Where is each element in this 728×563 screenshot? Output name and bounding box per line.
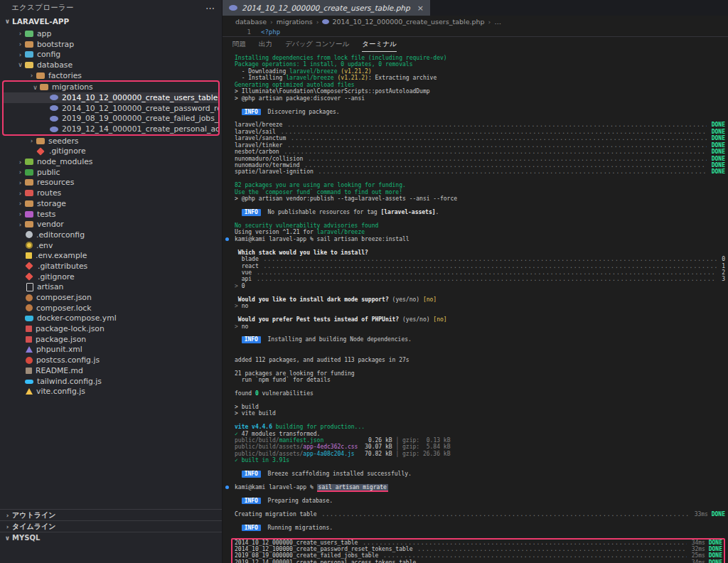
terminal-line-status: DONE — [712, 511, 725, 518]
terminal-line: INFO No publishable resources for tag [l… — [235, 209, 725, 215]
tree-item-docker-compose-yml[interactable]: docker-compose.yml — [0, 313, 222, 324]
tree-item-2014-10-12-100000-create-password-reset-tokens-table-php[interactable]: 2014_10_12_100000_create_password_reset_… — [4, 103, 218, 114]
tree-item-node-modules[interactable]: ›node_modules — [0, 156, 222, 167]
panel-tab-出力[interactable]: 出力 — [259, 38, 272, 51]
tree-item-bootstrap[interactable]: ›bootstrap — [0, 39, 222, 50]
sidebar-section-MYSQL[interactable]: ∨MYSQL — [0, 532, 222, 543]
tree-item-label: 2014_10_12_100000_create_password_reset_… — [62, 104, 218, 113]
terminal-line — [235, 242, 725, 249]
file-icon — [25, 316, 33, 321]
panel-tab-デバッグ コンソール[interactable]: デバッグ コンソール — [285, 38, 349, 51]
chevron-right-icon: › — [16, 221, 25, 228]
terminal-text: nunomaduro/termwind — [235, 162, 303, 168]
explorer-header: エクスプローラー ⋯ — [0, 0, 222, 16]
folder-icon — [25, 190, 33, 196]
tree-item--gitignore[interactable]: .gitignore — [0, 272, 222, 282]
tree-item-resources[interactable]: ›resources — [0, 178, 222, 188]
terminal-line — [235, 350, 725, 356]
tree-item-artisan[interactable]: artisan — [0, 282, 222, 293]
terminal-line-status: DONE — [708, 122, 725, 128]
tree-item-package-lock-json[interactable]: package-lock.json — [0, 323, 222, 334]
tree-item-composer-lock[interactable]: composer.lock — [0, 303, 222, 313]
file-icon — [26, 388, 33, 395]
tree-item--env-example[interactable]: .env.example — [0, 250, 222, 261]
terminal-line: Which stack would you like to install? — [235, 250, 725, 256]
terminal-line: INFO Running migrations. — [235, 525, 725, 531]
tree-item-2014-10-12-000000-create-users-table-php[interactable]: 2014_10_12_000000_create_users_table.php — [4, 92, 218, 103]
sidebar-section-アウトライン[interactable]: ›アウトライン — [0, 509, 222, 520]
file-icon — [26, 283, 33, 291]
info-badge: INFO — [242, 209, 261, 215]
breadcrumb-label: … — [494, 18, 501, 26]
tree-item-composer-json[interactable]: composer.json — [0, 292, 222, 303]
tree-item-label: .gitattributes — [38, 262, 87, 271]
tree-item-tests[interactable]: ›tests — [0, 209, 222, 220]
tree-item-phpunit-xml[interactable]: phpunit.xml — [0, 345, 222, 355]
code-php-open-tag: <?php — [261, 28, 280, 36]
breadcrumb-item[interactable]: database — [235, 18, 267, 26]
tree-item-storage[interactable]: ›storage — [0, 198, 222, 209]
tree-item--gitignore[interactable]: .gitignore — [0, 146, 222, 157]
terminal-line-status: 1 — [718, 263, 725, 269]
panel-tab-ターミナル[interactable]: ターミナル — [362, 38, 396, 52]
tree-item-app[interactable]: ›app — [0, 28, 222, 39]
tree-item-label: package-lock.json — [36, 324, 105, 333]
terminal-text: laravel/breeze — [235, 122, 286, 128]
tree-item-label: .gitignore — [49, 146, 86, 156]
tree-item--env[interactable]: .env — [0, 240, 222, 251]
terminal-text: 30.07 kB — [365, 444, 392, 450]
file-icon — [36, 147, 44, 155]
tree-item-label: composer.json — [36, 293, 92, 302]
tree-item-postcss-config-js[interactable]: postcss.config.js — [0, 355, 222, 365]
tree-item--editorconfig[interactable]: .editorconfig — [0, 230, 222, 240]
terminal-text: Running migrations. — [261, 525, 333, 531]
tree-item-seeders[interactable]: ›seeders — [0, 136, 222, 146]
terminal-text: [no] — [423, 296, 437, 303]
terminal-text: Creating migration table — [235, 511, 320, 518]
tree-item-database[interactable]: ∨database — [0, 60, 222, 70]
terminal-text: 21 packages are looking for funding — [235, 370, 355, 377]
tree-item-2019-12-14-000001-create-personal-access-tokens-table-php[interactable]: 2019_12_14_000001_create_personal_access… — [4, 124, 218, 134]
tree-item-vendor[interactable]: ›vendor — [0, 219, 222, 230]
tree-item-label: config — [37, 50, 60, 59]
tree-item-factories[interactable]: ›factories — [0, 70, 222, 81]
tree-item-routes[interactable]: ›routes — [0, 188, 222, 198]
tree-item-tailwind-config-js[interactable]: tailwind.config.js — [0, 376, 222, 387]
tree-item-public[interactable]: ›public — [0, 167, 222, 178]
tab-create-users-table[interactable]: 2014_10_12_000000_create_users_table.php… — [223, 0, 430, 16]
folder-icon — [25, 159, 33, 165]
breadcrumb-item[interactable]: 2014_10_12_000000_create_users_table.php — [322, 18, 484, 26]
terminal-line — [235, 102, 725, 108]
leader-dots: ........................................… — [318, 168, 707, 175]
tree-item-2019-08-19-000000-create-failed-jobs-table-php[interactable]: 2019_08_19_000000_create_failed_jobs_tab… — [4, 114, 218, 124]
terminal-text: ✓ — [235, 431, 242, 437]
close-icon[interactable]: × — [417, 4, 424, 13]
tree-item-migrations[interactable]: ∨migrations — [4, 82, 218, 92]
leader-dots: ........................................… — [291, 135, 707, 141]
folder-icon — [36, 138, 45, 144]
panel-tab-問題[interactable]: 問題 — [232, 38, 246, 51]
terminal-line — [235, 464, 725, 471]
terminal-text: : Extracting archive — [368, 75, 437, 81]
file-icon — [26, 294, 33, 301]
tree-item-vite-config-js[interactable]: vite.config.js — [0, 386, 222, 397]
breadcrumb-item[interactable]: migrations — [277, 18, 313, 26]
tree-item-package-json[interactable]: package.json — [0, 334, 222, 345]
terminal-line-status: 32ms — [688, 546, 709, 552]
tree-item-config[interactable]: ›config — [0, 49, 222, 60]
project-root-row[interactable]: ∨ LARAVEL-APP — [0, 16, 222, 27]
terminal-text: Discovering packages. — [261, 109, 340, 115]
terminal-line: 2014_10_12_100000_create_password_reset_… — [235, 546, 722, 552]
tree-item--gitattributes[interactable]: .gitattributes — [0, 261, 222, 272]
more-actions-icon[interactable]: ⋯ — [205, 3, 215, 14]
sidebar-section-タイムライン[interactable]: ›タイムライン — [0, 520, 222, 532]
terminal-line: nunomaduro/collision ...................… — [235, 156, 725, 162]
folder-icon — [25, 211, 33, 218]
tab-bar: 2014_10_12_000000_create_users_table.php… — [223, 0, 728, 16]
terminal-text: │ gzip: 26.36 kB — [392, 451, 451, 457]
editor-view[interactable]: 1 <?php — [223, 27, 728, 36]
breadcrumb-item[interactable]: … — [494, 18, 501, 26]
tree-item-label: artisan — [37, 282, 63, 291]
terminal-output[interactable]: Installing dependencies from lock file (… — [223, 52, 728, 563]
tree-item-readme-md[interactable]: README.md — [0, 365, 222, 376]
